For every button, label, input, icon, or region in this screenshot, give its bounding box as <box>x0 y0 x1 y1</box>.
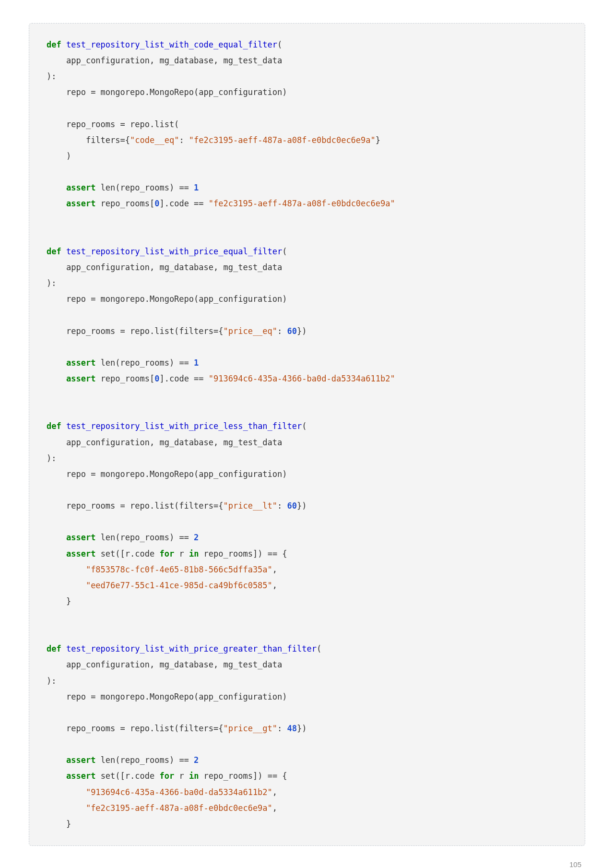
repo-assign-2: repo = mongorepo.MongoRepo(app_configura… <box>66 469 287 479</box>
kw-in: in <box>189 549 199 559</box>
set-end-3: repo_rooms]) == { <box>199 771 287 781</box>
code-str-1: "913694c6-435a-4366-ba0d-da5334a611b2" <box>209 374 395 383</box>
page-container: def test_repository_list_with_code_equal… <box>0 0 614 868</box>
kw-assert: assert <box>66 771 95 781</box>
filter-key-2: "price__lt" <box>223 501 277 511</box>
set-open-2: set([r.code <box>101 549 160 559</box>
len-val-3: 2 <box>194 755 199 765</box>
repo-list-inline-3: repo_rooms = repo.list(filters={ <box>66 724 224 733</box>
len-2: len(repo_rooms) == <box>101 533 194 542</box>
repo-list-0: repo_rooms = repo.list( <box>66 119 179 129</box>
kw-assert: assert <box>66 199 95 208</box>
rooms-idx-0: repo_rooms[ <box>101 199 155 208</box>
page-number: 105 <box>29 860 585 868</box>
kw-assert: assert <box>66 374 95 383</box>
filter-val-3: 48 <box>287 724 297 733</box>
len-val-2: 2 <box>194 533 199 542</box>
set-code-2-1: "eed76e77-55c1-41ce-985d-ca49bf6c0585" <box>86 581 272 590</box>
kw-assert: assert <box>66 755 95 765</box>
kw-for: for <box>159 549 174 559</box>
filters-open-0: filters={ <box>86 135 130 145</box>
set-open-3: set([r.code <box>101 771 160 781</box>
kw-in: in <box>189 771 199 781</box>
params-3: app_configuration, mg_database, mg_test_… <box>66 660 282 669</box>
repo-assign-3: repo = mongorepo.MongoRepo(app_configura… <box>66 692 287 702</box>
filter-val-0: "fe2c3195-aeff-487a-a08f-e0bdc0ec6e9a" <box>189 135 376 145</box>
rooms-idx-1: repo_rooms[ <box>101 374 155 383</box>
repo-list-inline-2: repo_rooms = repo.list(filters={ <box>66 501 224 511</box>
kw-def: def <box>47 644 61 654</box>
filter-key-0: "code__eq" <box>130 135 179 145</box>
idx-0: 0 <box>154 199 159 208</box>
filter-val-1: 60 <box>287 326 297 336</box>
len-val-1: 1 <box>194 358 199 368</box>
kw-def: def <box>47 40 61 49</box>
filter-key-3: "price__gt" <box>223 724 277 733</box>
kw-for: for <box>159 771 174 781</box>
fn-name-1: test_repository_list_with_price_equal_fi… <box>66 247 282 256</box>
params-2: app_configuration, mg_database, mg_test_… <box>66 438 282 447</box>
params-0: app_configuration, mg_database, mg_test_… <box>66 56 282 65</box>
code-attr-0: ].code == <box>159 199 208 208</box>
len-val-0: 1 <box>194 183 199 192</box>
filter-key-1: "price__eq" <box>223 326 277 336</box>
fn-name-0: test_repository_list_with_code_equal_fil… <box>66 40 277 49</box>
fn-name-2: test_repository_list_with_price_less_tha… <box>66 421 302 431</box>
kw-assert: assert <box>66 533 95 542</box>
set-code-3-0: "913694c6-435a-4366-ba0d-da5334a611b2" <box>86 787 272 797</box>
code-block: def test_repository_list_with_code_equal… <box>29 23 585 846</box>
set-mid-2: r <box>174 549 189 559</box>
set-mid-3: r <box>174 771 189 781</box>
repo-assign-1: repo = mongorepo.MongoRepo(app_configura… <box>66 294 287 304</box>
code-str-0: "fe2c3195-aeff-487a-a08f-e0bdc0ec6e9a" <box>209 199 395 208</box>
set-end-2: repo_rooms]) == { <box>199 549 287 559</box>
set-code-2-0: "f853578c-fc0f-4e65-81b8-566c5dffa35a" <box>86 565 272 574</box>
len-3: len(repo_rooms) == <box>101 755 194 765</box>
kw-assert: assert <box>66 183 95 192</box>
set-code-3-1: "fe2c3195-aeff-487a-a08f-e0bdc0ec6e9a" <box>86 803 272 813</box>
kw-def: def <box>47 421 61 431</box>
params-1: app_configuration, mg_database, mg_test_… <box>66 262 282 272</box>
kw-def: def <box>47 247 61 256</box>
filter-val-2: 60 <box>287 501 297 511</box>
len-1: len(repo_rooms) == <box>101 358 194 368</box>
len-0: len(repo_rooms) == <box>101 183 194 192</box>
kw-assert: assert <box>66 358 95 368</box>
repo-list-inline-1: repo_rooms = repo.list(filters={ <box>66 326 224 336</box>
idx-1: 0 <box>154 374 159 383</box>
kw-assert: assert <box>66 549 95 559</box>
code-attr-1: ].code == <box>159 374 208 383</box>
fn-name-3: test_repository_list_with_price_greater_… <box>66 644 317 654</box>
repo-assign-0: repo = mongorepo.MongoRepo(app_configura… <box>66 87 287 97</box>
